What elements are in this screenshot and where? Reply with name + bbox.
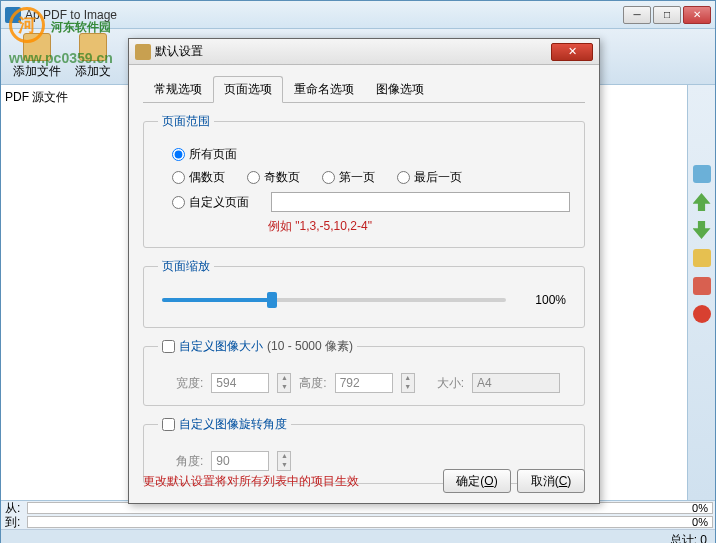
ok-button[interactable]: 确定(O)	[443, 469, 511, 493]
move-down-icon[interactable]	[693, 221, 711, 239]
preset-select[interactable]	[472, 373, 560, 393]
file-icon	[23, 33, 51, 61]
maximize-button[interactable]: □	[653, 6, 681, 24]
height-spinner[interactable]: ▲▼	[401, 373, 415, 393]
radio-first[interactable]: 第一页	[322, 169, 375, 186]
height-input[interactable]	[335, 373, 393, 393]
settings-dialog: 默认设置 ✕ 常规选项 页面选项 重命名选项 图像选项 页面范围 所有页面 偶数…	[128, 38, 600, 504]
radio-odd[interactable]: 奇数页	[247, 169, 300, 186]
source-file-header: PDF 源文件	[5, 89, 124, 106]
titlebar: Ap PDF to Image ─ □ ✕	[1, 1, 715, 29]
dialog-footer: 更改默认设置将对所有列表中的项目生效 确定(O) 取消(C)	[143, 469, 585, 493]
move-up-icon[interactable]	[693, 193, 711, 211]
angle-label: 角度:	[176, 453, 203, 470]
radio-all-pages[interactable]: 所有页面	[172, 146, 237, 163]
zoom-slider[interactable]	[162, 298, 506, 302]
settings-icon	[135, 44, 151, 60]
add-file-label: 添加文件	[13, 63, 61, 80]
page-range-legend: 页面范围	[158, 113, 214, 130]
settings-tabs: 常规选项 页面选项 重命名选项 图像选项	[143, 75, 585, 103]
rotation-checkbox[interactable]	[162, 418, 175, 431]
tab-image[interactable]: 图像选项	[365, 76, 435, 103]
add-folder-label: 添加文	[75, 63, 111, 80]
custom-range-input[interactable]	[271, 192, 570, 212]
status-to-label: 到:	[1, 514, 27, 531]
radio-custom[interactable]: 自定义页面	[172, 194, 249, 211]
rotation-legend: 自定义图像旋转角度	[158, 416, 291, 433]
app-icon	[5, 7, 21, 23]
refresh-icon[interactable]	[693, 165, 711, 183]
custom-size-checkbox[interactable]	[162, 340, 175, 353]
preset-label: 大小:	[437, 375, 464, 392]
footer-warning: 更改默认设置将对所有列表中的项目生效	[143, 473, 437, 490]
dialog-close-button[interactable]: ✕	[551, 43, 593, 61]
folder-icon	[79, 33, 107, 61]
tab-rename[interactable]: 重命名选项	[283, 76, 365, 103]
angle-input[interactable]	[211, 451, 269, 471]
edit-icon[interactable]	[693, 249, 711, 267]
add-file-button[interactable]: 添加文件	[9, 31, 65, 82]
remove-icon[interactable]	[693, 305, 711, 323]
tab-general[interactable]: 常规选项	[143, 76, 213, 103]
status-total: 总计: 0	[1, 529, 715, 543]
add-folder-button[interactable]: 添加文	[71, 31, 115, 82]
radio-even[interactable]: 偶数页	[172, 169, 225, 186]
cancel-button[interactable]: 取消(C)	[517, 469, 585, 493]
page-range-group: 页面范围 所有页面 偶数页 奇数页 第一页 最后一页 自定义页面 例如 "1,3…	[143, 113, 585, 248]
custom-size-legend: 自定义图像大小 (10 - 5000 像素)	[158, 338, 357, 355]
width-label: 宽度:	[176, 375, 203, 392]
source-file-panel: PDF 源文件	[1, 85, 129, 500]
close-button[interactable]: ✕	[683, 6, 711, 24]
zoom-legend: 页面缩放	[158, 258, 214, 275]
window-title: Ap PDF to Image	[25, 8, 623, 22]
custom-size-group: 自定义图像大小 (10 - 5000 像素) 宽度: ▲▼ 高度: ▲▼ 大小:	[143, 338, 585, 406]
width-spinner[interactable]: ▲▼	[277, 373, 291, 393]
zoom-value: 100%	[516, 293, 566, 307]
statusbar: 从: 0% 到: 0% 总计: 0	[1, 500, 715, 542]
custom-range-example: 例如 "1,3,-5,10,2-4"	[268, 218, 570, 235]
height-label: 高度:	[299, 375, 326, 392]
angle-spinner[interactable]: ▲▼	[277, 451, 291, 471]
dialog-titlebar: 默认设置 ✕	[129, 39, 599, 65]
width-input[interactable]	[211, 373, 269, 393]
page-zoom-group: 页面缩放 100%	[143, 258, 585, 328]
delete-icon[interactable]	[693, 277, 711, 295]
progress-to: 0%	[27, 516, 713, 528]
side-toolbar	[687, 85, 715, 500]
dialog-title: 默认设置	[155, 43, 551, 60]
tab-page[interactable]: 页面选项	[213, 76, 283, 103]
radio-last[interactable]: 最后一页	[397, 169, 462, 186]
zoom-slider-thumb[interactable]	[267, 292, 277, 308]
minimize-button[interactable]: ─	[623, 6, 651, 24]
